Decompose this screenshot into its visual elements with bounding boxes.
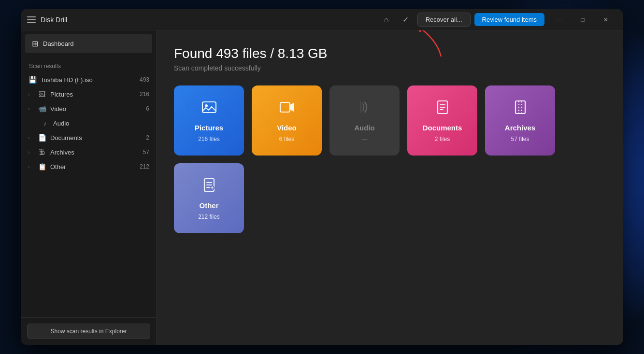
sidebar-item-video[interactable]: › 📹 Video 6 — [21, 101, 156, 116]
svg-rect-3 — [280, 102, 290, 112]
sidebar-other-count: 212 — [140, 163, 149, 170]
sidebar-item-pictures[interactable]: › 🖼 Pictures 216 — [21, 87, 156, 101]
card-pictures[interactable]: Pictures 216 files — [174, 85, 244, 156]
scan-results-label: Scan results — [21, 57, 156, 72]
sidebar-item-audio[interactable]: ♪ Audio — [21, 116, 156, 130]
found-title: Found 493 files / 8.13 GB — [174, 46, 605, 61]
sidebar-toshiba-count: 493 — [140, 76, 149, 83]
app-title: Disk Drill — [41, 16, 67, 24]
other-icon: 📋 — [38, 163, 46, 170]
audio-card-label: Audio — [354, 124, 375, 132]
title-bar-actions: ⌂ ✓ Recover all... Review found items — [379, 12, 544, 28]
svg-point-2 — [205, 104, 208, 107]
review-found-button[interactable]: Review found items — [474, 13, 544, 26]
cards-container: Pictures 216 files Video 6 files — [174, 85, 605, 233]
app-window: Disk Drill ⌂ ✓ Recover all... Review fou… — [21, 9, 623, 345]
title-bar-left: Disk Drill — [27, 16, 379, 24]
documents-card-label: Documents — [423, 124, 462, 132]
sidebar-item-other[interactable]: › 📋 Other 212 — [21, 159, 156, 174]
show-explorer-button[interactable]: Show scan results in Explorer — [27, 324, 150, 339]
sidebar-video-count: 6 — [146, 105, 149, 112]
hamburger-icon[interactable] — [27, 16, 36, 23]
card-documents[interactable]: Documents 2 files — [407, 85, 477, 156]
video-card-count: 6 files — [279, 136, 294, 142]
disk-icon: 💾 — [28, 76, 37, 84]
chevron-pictures-icon: › — [28, 92, 34, 97]
title-bar: Disk Drill ⌂ ✓ Recover all... Review fou… — [21, 9, 623, 30]
svg-rect-1 — [202, 102, 216, 113]
window-controls: — □ ✕ — [548, 12, 617, 28]
other-card-icon — [200, 176, 218, 198]
pictures-card-icon — [200, 99, 218, 120]
archives-card-icon — [512, 99, 529, 120]
documents-icon: 📄 — [38, 134, 46, 142]
maximize-button[interactable]: □ — [572, 12, 594, 28]
archives-icon: 🗜 — [38, 148, 46, 156]
content-area: Found 493 files / 8.13 GB Scan completed… — [157, 30, 623, 345]
other-card-count: 212 files — [198, 213, 220, 220]
chevron-documents-icon: › — [28, 135, 34, 141]
documents-card-count: 2 files — [435, 136, 450, 142]
sidebar-audio-label: Audio — [53, 120, 149, 127]
sidebar-other-label: Other — [50, 163, 136, 170]
sidebar-pictures-label: Pictures — [50, 91, 136, 98]
pictures-card-label: Pictures — [195, 124, 223, 132]
audio-card-count: — — [362, 136, 368, 142]
card-archives[interactable]: Archives 57 files — [485, 85, 555, 156]
card-audio[interactable]: Audio — — [329, 85, 400, 156]
cards-grid: Pictures 216 files Video 6 files — [174, 85, 605, 233]
dashboard-label: Dashboard — [43, 40, 74, 47]
documents-card-icon — [434, 99, 451, 120]
audio-icon: ♪ — [41, 119, 49, 127]
pictures-icon: 🖼 — [38, 90, 46, 98]
chevron-video-icon: › — [28, 106, 34, 112]
archives-card-label: Archives — [505, 124, 535, 132]
sidebar-dashboard-item[interactable]: ⊞ Dashboard — [25, 34, 152, 53]
home-button[interactable]: ⌂ — [379, 12, 394, 28]
card-other[interactable]: Other 212 files — [174, 163, 244, 233]
card-video[interactable]: Video 6 files — [252, 85, 322, 156]
sidebar-video-label: Video — [50, 105, 142, 113]
sidebar-pictures-count: 216 — [140, 91, 149, 98]
chevron-other-icon: › — [28, 164, 34, 170]
chevron-archives-icon: › — [28, 150, 34, 155]
sidebar-archives-label: Archives — [50, 149, 139, 156]
archives-card-count: 57 files — [511, 136, 529, 142]
sidebar-toshiba-label: Toshiba HD (F).iso — [41, 76, 136, 84]
video-icon: 📹 — [38, 105, 46, 113]
sidebar-archives-count: 57 — [143, 149, 149, 156]
sidebar: ⊞ Dashboard Scan results 💾 Toshiba HD (F… — [21, 30, 157, 345]
sidebar-item-archives[interactable]: › 🗜 Archives 57 — [21, 145, 156, 159]
sidebar-footer: Show scan results in Explorer — [21, 317, 156, 345]
scan-status: Scan completed successfully — [174, 64, 605, 72]
recover-all-button[interactable]: Recover all... — [417, 13, 471, 27]
svg-rect-8 — [515, 101, 525, 113]
sidebar-documents-count: 2 — [146, 134, 149, 141]
sidebar-item-toshiba[interactable]: 💾 Toshiba HD (F).iso 493 — [21, 72, 156, 87]
close-button[interactable]: ✕ — [595, 12, 617, 28]
minimize-button[interactable]: — — [548, 12, 571, 28]
main-layout: ⊞ Dashboard Scan results 💾 Toshiba HD (F… — [21, 30, 623, 345]
sidebar-documents-label: Documents — [50, 134, 142, 142]
other-card-label: Other — [199, 201, 218, 210]
pictures-card-count: 216 files — [198, 136, 220, 142]
audio-card-icon — [356, 99, 373, 120]
sidebar-item-documents[interactable]: › 📄 Documents 2 — [21, 130, 156, 145]
dashboard-icon: ⊞ — [32, 39, 38, 48]
video-card-label: Video — [277, 124, 297, 132]
check-button[interactable]: ✓ — [398, 12, 414, 28]
video-card-icon — [278, 99, 296, 120]
